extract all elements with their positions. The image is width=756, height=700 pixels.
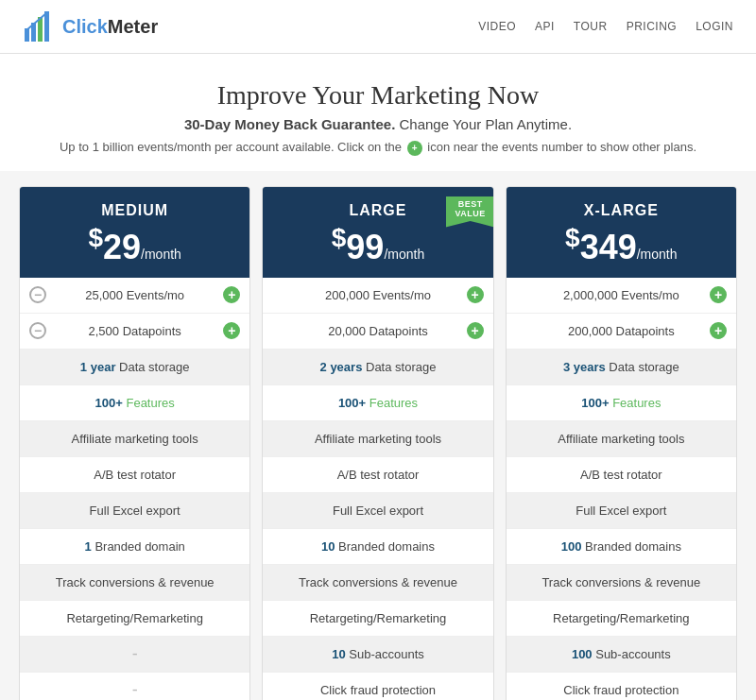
plan-row: 200,000 Events/mo +: [263, 278, 492, 314]
row-text: Affiliate marketing tools: [72, 432, 198, 446]
row-text: 2 years Data storage: [320, 360, 437, 374]
plans-container: MEDIUM $29/month − 25,000 Events/mo + − …: [19, 186, 737, 700]
plan-row: 10 Sub-accounts: [263, 637, 492, 673]
decrement-icon[interactable]: −: [29, 322, 46, 339]
row-text: 10 Sub-accounts: [332, 647, 424, 661]
hero-subtitle: 30-Day Money Back Guarantee. Change Your…: [19, 116, 737, 132]
increment-icon[interactable]: +: [710, 286, 727, 303]
plan-row: Click fraud protection: [507, 673, 736, 700]
plan-price-large: $99/month: [272, 225, 483, 265]
plan-row: Full Excel export: [263, 493, 492, 529]
plus-circle-icon: +: [407, 141, 422, 156]
plan-row: Full Excel export: [20, 493, 249, 529]
row-text: 25,000 Events/mo: [85, 288, 184, 302]
nav-login[interactable]: LOGIN: [696, 20, 733, 33]
plan-row: 1 Branded domain: [20, 529, 249, 565]
row-text: Full Excel export: [333, 504, 423, 518]
plan-row: 100 Sub-accounts: [507, 637, 736, 673]
row-text: Track conversions & revenue: [541, 575, 700, 589]
plan-row: -: [20, 637, 249, 673]
plan-row: 20,000 Datapoints +: [263, 314, 492, 350]
row-text: Full Excel export: [576, 504, 666, 518]
increment-icon[interactable]: +: [467, 322, 484, 339]
plan-xlarge: X-LARGE $349/month 2,000,000 Events/mo +…: [506, 186, 737, 700]
plan-row: Click fraud protection: [263, 673, 492, 700]
plan-row: A/B test rotator: [263, 457, 492, 493]
plan-row: Retargeting/Remarketing: [507, 601, 736, 637]
decrement-icon[interactable]: −: [29, 286, 46, 303]
nav-pricing[interactable]: PRICING: [627, 20, 678, 33]
plan-row: A/B test rotator: [507, 457, 736, 493]
increment-icon[interactable]: +: [223, 322, 240, 339]
features-label: 100+ Features: [338, 396, 418, 410]
row-text: Affiliate marketing tools: [558, 432, 684, 446]
plan-price-medium: $29/month: [29, 225, 240, 265]
features-link[interactable]: Features: [369, 396, 418, 410]
plan-row: Track conversions & revenue: [20, 565, 249, 601]
increment-icon[interactable]: +: [223, 286, 240, 303]
row-text: Retargeting/Remarketing: [310, 611, 447, 625]
logo-text: ClickMeter: [62, 16, 158, 38]
plan-large: LARGE $99/month BEST VALUE 200,000 Event…: [262, 186, 493, 700]
row-text: 1 Branded domain: [85, 539, 185, 554]
plan-name-xlarge: X-LARGE: [516, 202, 727, 219]
plan-row: 1 year Data storage: [20, 350, 249, 385]
row-text: Click fraud protection: [563, 683, 679, 697]
dash-value: -: [132, 680, 138, 700]
plan-medium: MEDIUM $29/month − 25,000 Events/mo + − …: [19, 186, 250, 700]
row-text: Affiliate marketing tools: [315, 432, 441, 446]
logo[interactable]: ClickMeter: [23, 9, 158, 43]
row-text: A/B test rotator: [580, 468, 662, 482]
row-text: Full Excel export: [90, 504, 180, 518]
plan-row: Affiliate marketing tools: [263, 421, 492, 457]
hero-section: Improve Your Marketing Now 30-Day Money …: [0, 54, 756, 171]
row-text: 100 Sub-accounts: [572, 647, 671, 661]
row-text: 200,000 Datapoints: [568, 324, 675, 338]
plan-name-medium: MEDIUM: [29, 202, 240, 219]
plan-row: 100 Branded domains: [507, 529, 736, 565]
pricing-section: MEDIUM $29/month − 25,000 Events/mo + − …: [0, 171, 756, 700]
row-text: 1 year Data storage: [80, 360, 190, 374]
plan-header-medium: MEDIUM $29/month: [20, 187, 249, 278]
nav-tour[interactable]: TOUR: [574, 20, 608, 33]
plan-row: -: [20, 673, 249, 700]
plan-row: Track conversions & revenue: [263, 565, 492, 601]
plan-row: Affiliate marketing tools: [507, 421, 736, 457]
plan-price-xlarge: $349/month: [516, 225, 727, 265]
row-text: 20,000 Datapoints: [328, 324, 428, 338]
dash-value: -: [132, 644, 138, 664]
increment-icon[interactable]: +: [710, 322, 727, 339]
features-link[interactable]: Features: [126, 396, 174, 410]
logo-icon: [23, 9, 57, 43]
plan-row: 100+ Features: [20, 385, 249, 421]
plan-row: − 2,500 Datapoints +: [20, 314, 249, 350]
nav-api[interactable]: API: [535, 20, 555, 33]
site-header: ClickMeter VIDEO API TOUR PRICING LOGIN: [0, 0, 756, 54]
plan-row: Affiliate marketing tools: [20, 421, 249, 457]
row-text: 3 years Data storage: [563, 360, 679, 374]
row-text: Track conversions & revenue: [299, 575, 457, 589]
row-text: Retargeting/Remarketing: [66, 611, 203, 625]
plan-row: 2 years Data storage: [263, 350, 492, 385]
row-text: 100 Branded domains: [561, 539, 681, 554]
plan-row: 2,000,000 Events/mo +: [507, 278, 736, 314]
plan-row: − 25,000 Events/mo +: [20, 278, 249, 314]
row-text: 2,500 Datapoints: [89, 324, 181, 338]
increment-icon[interactable]: +: [467, 286, 484, 303]
row-text: Retargeting/Remarketing: [553, 611, 690, 625]
plan-row: Track conversions & revenue: [507, 565, 736, 601]
features-label: 100+ Features: [95, 396, 175, 410]
row-text: A/B test rotator: [94, 468, 176, 482]
row-text: Click fraud protection: [320, 683, 436, 697]
svg-rect-3: [44, 11, 49, 42]
row-text: A/B test rotator: [337, 468, 420, 482]
plan-row: 100+ Features: [507, 385, 736, 421]
plan-row: Full Excel export: [507, 493, 736, 529]
features-link[interactable]: Features: [612, 396, 661, 410]
plan-row: Retargeting/Remarketing: [20, 601, 249, 637]
hero-note: Up to 1 billion events/month per account…: [19, 140, 737, 156]
row-text: 10 Branded domains: [321, 539, 435, 554]
nav-video[interactable]: VIDEO: [478, 20, 516, 33]
plan-header-xlarge: X-LARGE $349/month: [507, 187, 736, 278]
row-text: Track conversions & revenue: [56, 575, 215, 589]
